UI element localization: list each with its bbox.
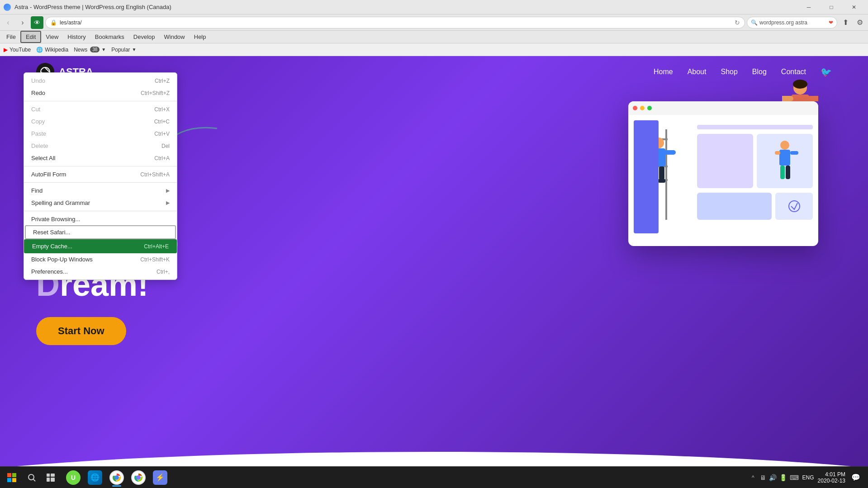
menu-item-empty-cache[interactable]: Empty Cache... Ctrl+Alt+E xyxy=(24,239,177,253)
taskbar-time-display: 4:01 PM xyxy=(818,471,845,478)
mock-footer-cards xyxy=(697,193,813,220)
mock-painter-area xyxy=(634,120,693,233)
system-tray-icons: 🖥 🔊 🔋 ⌨ xyxy=(760,474,799,481)
mock-header xyxy=(628,101,818,115)
mock-footer-2 xyxy=(775,193,813,220)
menu-item-undo[interactable]: Undo Ctrl+Z xyxy=(24,75,177,87)
paste-shortcut: Ctrl+V xyxy=(154,131,170,137)
menu-window[interactable]: Window xyxy=(160,32,190,42)
edit-context-menu: Undo Ctrl+Z Redo Ctrl+Shift+Z Cut Ctrl+X… xyxy=(24,72,177,280)
taskbar-clock[interactable]: 4:01 PM 2020-02-13 xyxy=(818,471,845,484)
redo-shortcut: Ctrl+Shift+Z xyxy=(141,90,170,96)
window-controls: ─ □ ✕ xyxy=(798,0,864,14)
menu-item-reset-safari[interactable]: Reset Safari... xyxy=(25,225,176,239)
preferences-shortcut: Ctrl+, xyxy=(157,269,170,275)
menu-item-redo[interactable]: Redo Ctrl+Shift+Z xyxy=(24,87,177,99)
share-button[interactable]: ⬆ xyxy=(839,16,852,29)
menu-item-cut[interactable]: Cut Ctrl+X xyxy=(24,103,177,115)
menu-item-autofill[interactable]: AutoFill Form Ctrl+Shift+A xyxy=(24,168,177,180)
bookmark-youtube[interactable]: ▶ YouTube xyxy=(4,47,31,53)
back-button[interactable]: ‹ xyxy=(2,16,14,29)
bookmark-news[interactable]: News 38 ▼ xyxy=(74,47,106,53)
copy-shortcut: Ctrl+C xyxy=(154,118,170,125)
minimize-button[interactable]: ─ xyxy=(798,0,819,14)
content-area: ASTRA Home About Shop Blog Contact 🐦 xyxy=(0,56,868,488)
find-label: Find xyxy=(31,187,43,194)
taskbar-app-other[interactable]: ⚡ xyxy=(150,468,170,488)
copy-label: Copy xyxy=(31,118,45,125)
mock-card-2 xyxy=(757,134,813,188)
mock-card-row xyxy=(697,134,813,188)
nav-blog[interactable]: Blog xyxy=(752,68,767,76)
painted-area xyxy=(634,120,659,233)
svg-line-35 xyxy=(33,479,35,481)
reload-button[interactable]: ↻ xyxy=(735,19,740,26)
find-arrow: ▶ xyxy=(166,188,170,194)
menu-file[interactable]: File xyxy=(2,32,20,42)
menu-bookmarks[interactable]: Bookmarks xyxy=(90,32,129,42)
menu-item-select-all[interactable]: Select All Ctrl+A xyxy=(24,152,177,164)
language-button[interactable]: ENG xyxy=(802,474,814,481)
menu-item-block-popup[interactable]: Block Pop-Up Windows Ctrl+Shift+K xyxy=(24,253,177,265)
separator-1 xyxy=(24,101,177,101)
volume-icon[interactable]: 🔊 xyxy=(769,474,777,481)
bookmark-wikipedia[interactable]: 🌐 Wikipedia xyxy=(36,47,68,53)
taskbar-app-browser1[interactable]: 🌐 xyxy=(85,468,105,488)
nav-home[interactable]: Home xyxy=(654,68,673,76)
nav-contact[interactable]: Contact xyxy=(781,68,806,76)
svg-rect-39 xyxy=(51,478,55,482)
title-bar-left: Astra - WordPress theme | WordPress.org … xyxy=(4,4,171,11)
menu-help[interactable]: Help xyxy=(190,32,211,42)
settings-button[interactable]: ⚙ xyxy=(854,16,866,29)
empty-cache-label: Empty Cache... xyxy=(32,243,72,250)
notification-button[interactable]: 💬 xyxy=(849,468,863,488)
menu-item-delete[interactable]: Delete Del xyxy=(24,140,177,152)
start-now-button[interactable]: Start Now xyxy=(36,317,126,345)
taskbar-search-button[interactable] xyxy=(22,468,42,488)
menu-item-find[interactable]: Find ▶ xyxy=(24,185,177,197)
bookmark-popular[interactable]: Popular ▼ xyxy=(111,47,136,53)
menu-item-copy[interactable]: Copy Ctrl+C xyxy=(24,115,177,128)
menu-develop[interactable]: Develop xyxy=(129,32,160,42)
menu-item-private[interactable]: Private Browsing... xyxy=(24,213,177,225)
nav-shop[interactable]: Shop xyxy=(721,68,737,76)
nav-toolbar: ‹ › 👁 🔒 les/astra/ ↻ 🔍 wordpress.org ast… xyxy=(0,14,868,31)
system-tray-expand[interactable]: ^ xyxy=(750,474,756,481)
cut-shortcut: Ctrl+X xyxy=(154,106,170,113)
svg-rect-31 xyxy=(12,473,16,477)
forward-button[interactable]: › xyxy=(16,16,29,29)
reader-button[interactable]: 👁 xyxy=(31,16,43,29)
close-button[interactable]: ✕ xyxy=(844,0,864,14)
mock-dot-green xyxy=(647,106,652,110)
svg-rect-38 xyxy=(47,478,50,482)
mock-dot-yellow xyxy=(640,106,645,110)
mock-cards xyxy=(697,120,813,233)
svg-rect-32 xyxy=(7,478,11,482)
svg-rect-4 xyxy=(782,96,793,101)
battery-icon[interactable]: 🔋 xyxy=(779,474,787,481)
menu-history[interactable]: History xyxy=(63,32,90,42)
popular-chevron-icon: ▼ xyxy=(132,47,137,52)
taskbar-app-upwork[interactable]: U xyxy=(63,468,83,488)
private-label: Private Browsing... xyxy=(31,216,80,223)
network-icon[interactable]: 🖥 xyxy=(760,474,766,481)
start-button[interactable] xyxy=(2,468,22,488)
wikipedia-icon: 🌐 xyxy=(36,47,43,53)
search-bar[interactable]: 🔍 wordpress.org astra ❤ xyxy=(747,17,837,28)
address-bar[interactable]: 🔒 les/astra/ ↻ xyxy=(45,17,745,28)
maximize-button[interactable]: □ xyxy=(821,0,842,14)
twitter-icon[interactable]: 🐦 xyxy=(821,66,832,77)
window-title: Astra - WordPress theme | WordPress.org … xyxy=(14,4,171,10)
nav-about[interactable]: About xyxy=(688,68,707,76)
svg-rect-27 xyxy=(780,166,785,179)
menu-item-paste[interactable]: Paste Ctrl+V xyxy=(24,128,177,140)
search-text: wordpress.org astra xyxy=(759,19,807,26)
keyboard-icon[interactable]: ⌨ xyxy=(790,474,799,481)
menu-view[interactable]: View xyxy=(41,32,63,42)
menu-item-preferences[interactable]: Preferences... Ctrl+, xyxy=(24,265,177,278)
taskbar-app-chrome[interactable] xyxy=(107,468,127,488)
taskview-button[interactable] xyxy=(42,469,60,487)
menu-item-spelling[interactable]: Spelling and Grammar ▶ xyxy=(24,197,177,209)
menu-edit[interactable]: Edit xyxy=(20,31,41,43)
taskbar-app-chrome2[interactable] xyxy=(128,468,148,488)
